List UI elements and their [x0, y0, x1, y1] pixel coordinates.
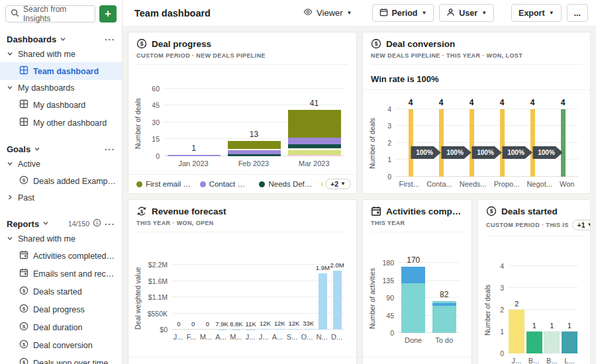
deal-icon: $: [19, 175, 28, 187]
bar-needs[interactable]: 4: [470, 109, 474, 177]
sidebar-group-shared-with-me[interactable]: Shared with me: [0, 46, 122, 62]
sidebar-item-deal-duration[interactable]: $Deal duration: [0, 318, 122, 336]
add-button[interactable]: +: [99, 5, 117, 23]
bar-negot[interactable]: 4: [530, 109, 535, 177]
bar-o[interactable]: 33K: [304, 265, 313, 330]
section-header-goals[interactable]: Goals ···: [0, 142, 122, 156]
card-subtitle: THIS YEAR: [371, 220, 464, 232]
bar-j[interactable]: 2: [509, 266, 524, 353]
bar-j[interactable]: 0: [174, 265, 183, 330]
bar-propo[interactable]: 4: [500, 109, 505, 177]
sidebar-group-past[interactable]: Past: [0, 190, 122, 206]
sidebar-item-my-dashboard[interactable]: My dashboard: [0, 96, 122, 114]
bar-b[interactable]: 1: [544, 266, 560, 353]
bar-d[interactable]: 2.0M: [333, 265, 342, 330]
bar-segment: [544, 332, 560, 353]
y-tick-label: 4: [500, 262, 504, 270]
bar-value-label: 170: [407, 255, 420, 265]
export-button[interactable]: Export ▼: [511, 4, 562, 22]
sidebar-group-active[interactable]: Active: [0, 156, 122, 172]
user-button[interactable]: User ▼: [439, 4, 494, 22]
bar-n[interactable]: 1.9M: [319, 265, 327, 330]
bar-s[interactable]: 12K: [289, 265, 298, 330]
section-menu-button[interactable]: ···: [105, 34, 115, 44]
bar-b[interactable]: 1: [526, 266, 542, 353]
chevron-right-icon: [7, 193, 13, 203]
filters-more-badge[interactable]: +1▼: [572, 220, 591, 230]
section-header-reports[interactable]: Reports 14/150 ···: [0, 216, 122, 231]
search-icon: [11, 9, 19, 19]
bar-m[interactable]: 0: [203, 265, 212, 330]
x-tick-label: Feb 2023: [238, 159, 269, 167]
legend-item-contact-made[interactable]: Contact Made: [200, 180, 252, 188]
sidebar-item-deal-progress[interactable]: $Deal progress: [0, 300, 122, 318]
sidebar-group-shared-with-me[interactable]: Shared with me: [0, 231, 122, 247]
bar-j[interactable]: 12K: [261, 265, 270, 330]
bar-done[interactable]: 170: [401, 263, 425, 333]
bar-segment: [530, 109, 535, 177]
sidebar-item-deals-won-over-time[interactable]: $Deals won over time: [0, 354, 122, 364]
legend-more-badge[interactable]: +2▼: [325, 179, 351, 189]
bar-feb-2023[interactable]: 13: [228, 89, 281, 156]
bar-first[interactable]: 4: [409, 109, 413, 177]
y-tick-label: 15: [152, 135, 160, 143]
dashboard-icon: [19, 117, 28, 128]
more-button[interactable]: ...: [567, 4, 588, 22]
bar-segment: [526, 332, 542, 353]
bar-f[interactable]: 0: [189, 265, 197, 330]
bar-value-label: 0: [191, 320, 195, 328]
viewer-dropdown[interactable]: Viewer ▼: [303, 7, 352, 19]
x-tick-label: S...: [287, 333, 298, 341]
bar-jan-2023[interactable]: 1: [168, 89, 221, 156]
svg-text:$: $: [23, 288, 26, 294]
main-area: Team dashboard Viewer ▼ Period ▼ User ▼ …: [123, 0, 596, 364]
bar-a[interactable]: 12K: [275, 265, 284, 330]
legend-item-needs-defined[interactable]: Needs Defined: [259, 180, 313, 188]
dashboard-grid: $ Deal progress CUSTOM PERIOD · NEW DEAL…: [123, 26, 596, 364]
sidebar-item-emails-sent-and-received[interactable]: Emails sent and received: [0, 265, 122, 283]
card-deal-progress: $ Deal progress CUSTOM PERIOD · NEW DEAL…: [128, 32, 357, 194]
bar-l[interactable]: 1: [562, 266, 577, 353]
y-tick-label: 30: [152, 118, 160, 126]
bar-segment: [228, 154, 281, 156]
sidebar-item-team-dashboard[interactable]: Team dashboard: [0, 62, 122, 80]
search-input[interactable]: Search from Insights: [5, 5, 95, 23]
sidebar-item-my-other-dashboard[interactable]: My other dashboard: [0, 114, 122, 132]
sidebar-item-deals-added-example-t[interactable]: $Deals added Example t...: [0, 172, 122, 190]
bar-value-label: 41: [310, 99, 319, 108]
y-tick-label: 0: [387, 173, 391, 181]
x-tick-label: A...: [215, 333, 226, 341]
item-label: Deals started: [33, 287, 82, 296]
section-menu-button[interactable]: ···: [105, 219, 115, 229]
x-tick-label: L...: [564, 357, 574, 364]
y-tick-label: 3: [500, 284, 504, 292]
sidebar-group-my-dashboards[interactable]: My dashboards: [0, 80, 122, 96]
item-label: My other dashboard: [33, 118, 107, 128]
section-menu-button[interactable]: ···: [105, 144, 115, 154]
y-tick-label: 60: [152, 85, 160, 93]
sidebar-item-deals-started[interactable]: $Deals started: [0, 283, 122, 300]
legend-item-first-email-sent[interactable]: First email sent: [136, 180, 192, 188]
bar-m[interactable]: 8.8K: [232, 265, 240, 330]
bar-to-do[interactable]: 82: [432, 263, 456, 333]
bar-conta[interactable]: 4: [439, 109, 444, 177]
section-header-dashboards[interactable]: Dashboards ···: [0, 32, 122, 46]
sidebar-item-deal-conversion[interactable]: $Deal conversion: [0, 336, 122, 354]
group-label: My dashboards: [18, 83, 74, 93]
bar-won[interactable]: 4: [561, 109, 566, 177]
sidebar-item-activities-completed-an[interactable]: Activities completed an...: [0, 247, 122, 265]
bar-j[interactable]: 11K: [246, 265, 255, 330]
bar-mar-2023[interactable]: 41: [288, 89, 341, 156]
user-label: User: [459, 9, 477, 18]
chevron-down-icon: [34, 145, 40, 154]
bar-value-label: 8.8K: [230, 320, 243, 328]
period-button[interactable]: Period ▼: [372, 4, 434, 22]
deal-icon: $: [19, 357, 28, 364]
item-label: Team dashboard: [33, 67, 99, 76]
card-deal-conversion: $ Deal conversion NEW DEALS PIPELINE · T…: [362, 32, 591, 194]
chart-deal-conversion: Number of deals01234444444100%100%100%10…: [363, 90, 590, 193]
bar-value-label: 12K: [274, 320, 285, 327]
bar-a[interactable]: 7.9K: [218, 265, 226, 330]
info-icon[interactable]: [93, 218, 101, 229]
svg-text:$: $: [490, 208, 493, 214]
